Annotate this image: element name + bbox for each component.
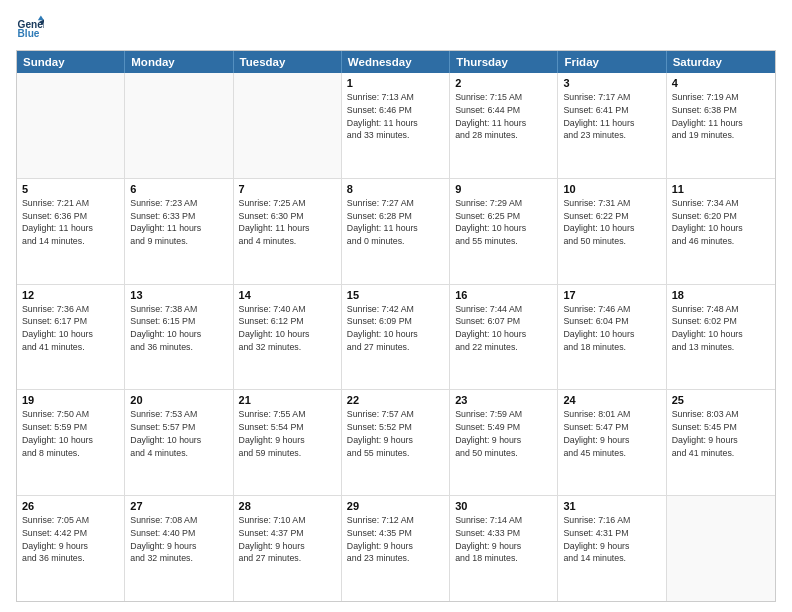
day-info: Sunrise: 7:57 AM Sunset: 5:52 PM Dayligh… xyxy=(347,408,444,459)
day-info: Sunrise: 7:55 AM Sunset: 5:54 PM Dayligh… xyxy=(239,408,336,459)
day-cell-29: 29Sunrise: 7:12 AM Sunset: 4:35 PM Dayli… xyxy=(342,496,450,601)
day-info: Sunrise: 7:21 AM Sunset: 6:36 PM Dayligh… xyxy=(22,197,119,248)
day-number: 24 xyxy=(563,394,660,406)
day-cell-24: 24Sunrise: 8:01 AM Sunset: 5:47 PM Dayli… xyxy=(558,390,666,495)
day-number: 16 xyxy=(455,289,552,301)
day-cell-16: 16Sunrise: 7:44 AM Sunset: 6:07 PM Dayli… xyxy=(450,285,558,390)
day-cell-4: 4Sunrise: 7:19 AM Sunset: 6:38 PM Daylig… xyxy=(667,73,775,178)
day-number: 3 xyxy=(563,77,660,89)
day-cell-15: 15Sunrise: 7:42 AM Sunset: 6:09 PM Dayli… xyxy=(342,285,450,390)
day-number: 12 xyxy=(22,289,119,301)
day-number: 15 xyxy=(347,289,444,301)
day-header-sunday: Sunday xyxy=(17,51,125,73)
day-number: 19 xyxy=(22,394,119,406)
day-info: Sunrise: 7:25 AM Sunset: 6:30 PM Dayligh… xyxy=(239,197,336,248)
day-info: Sunrise: 7:19 AM Sunset: 6:38 PM Dayligh… xyxy=(672,91,770,142)
week-row-4: 19Sunrise: 7:50 AM Sunset: 5:59 PM Dayli… xyxy=(17,389,775,495)
day-info: Sunrise: 7:08 AM Sunset: 4:40 PM Dayligh… xyxy=(130,514,227,565)
day-info: Sunrise: 7:13 AM Sunset: 6:46 PM Dayligh… xyxy=(347,91,444,142)
day-number: 10 xyxy=(563,183,660,195)
day-cell-20: 20Sunrise: 7:53 AM Sunset: 5:57 PM Dayli… xyxy=(125,390,233,495)
day-cell-1: 1Sunrise: 7:13 AM Sunset: 6:46 PM Daylig… xyxy=(342,73,450,178)
day-info: Sunrise: 7:10 AM Sunset: 4:37 PM Dayligh… xyxy=(239,514,336,565)
day-number: 27 xyxy=(130,500,227,512)
day-info: Sunrise: 7:38 AM Sunset: 6:15 PM Dayligh… xyxy=(130,303,227,354)
day-number: 11 xyxy=(672,183,770,195)
day-number: 21 xyxy=(239,394,336,406)
logo: General Blue xyxy=(16,14,44,42)
day-number: 30 xyxy=(455,500,552,512)
day-info: Sunrise: 7:46 AM Sunset: 6:04 PM Dayligh… xyxy=(563,303,660,354)
day-cell-17: 17Sunrise: 7:46 AM Sunset: 6:04 PM Dayli… xyxy=(558,285,666,390)
empty-cell xyxy=(667,496,775,601)
calendar-header: SundayMondayTuesdayWednesdayThursdayFrid… xyxy=(17,51,775,73)
empty-cell xyxy=(234,73,342,178)
day-cell-6: 6Sunrise: 7:23 AM Sunset: 6:33 PM Daylig… xyxy=(125,179,233,284)
day-cell-8: 8Sunrise: 7:27 AM Sunset: 6:28 PM Daylig… xyxy=(342,179,450,284)
day-number: 29 xyxy=(347,500,444,512)
day-cell-14: 14Sunrise: 7:40 AM Sunset: 6:12 PM Dayli… xyxy=(234,285,342,390)
day-info: Sunrise: 7:29 AM Sunset: 6:25 PM Dayligh… xyxy=(455,197,552,248)
day-cell-25: 25Sunrise: 8:03 AM Sunset: 5:45 PM Dayli… xyxy=(667,390,775,495)
day-header-monday: Monday xyxy=(125,51,233,73)
day-cell-2: 2Sunrise: 7:15 AM Sunset: 6:44 PM Daylig… xyxy=(450,73,558,178)
day-cell-7: 7Sunrise: 7:25 AM Sunset: 6:30 PM Daylig… xyxy=(234,179,342,284)
day-number: 4 xyxy=(672,77,770,89)
day-number: 26 xyxy=(22,500,119,512)
week-row-2: 5Sunrise: 7:21 AM Sunset: 6:36 PM Daylig… xyxy=(17,178,775,284)
day-info: Sunrise: 8:03 AM Sunset: 5:45 PM Dayligh… xyxy=(672,408,770,459)
day-number: 23 xyxy=(455,394,552,406)
day-header-tuesday: Tuesday xyxy=(234,51,342,73)
day-number: 31 xyxy=(563,500,660,512)
day-cell-31: 31Sunrise: 7:16 AM Sunset: 4:31 PM Dayli… xyxy=(558,496,666,601)
day-number: 1 xyxy=(347,77,444,89)
week-row-1: 1Sunrise: 7:13 AM Sunset: 6:46 PM Daylig… xyxy=(17,73,775,178)
day-info: Sunrise: 7:40 AM Sunset: 6:12 PM Dayligh… xyxy=(239,303,336,354)
day-info: Sunrise: 7:05 AM Sunset: 4:42 PM Dayligh… xyxy=(22,514,119,565)
day-cell-27: 27Sunrise: 7:08 AM Sunset: 4:40 PM Dayli… xyxy=(125,496,233,601)
day-header-saturday: Saturday xyxy=(667,51,775,73)
day-number: 5 xyxy=(22,183,119,195)
day-info: Sunrise: 7:17 AM Sunset: 6:41 PM Dayligh… xyxy=(563,91,660,142)
day-cell-23: 23Sunrise: 7:59 AM Sunset: 5:49 PM Dayli… xyxy=(450,390,558,495)
day-info: Sunrise: 8:01 AM Sunset: 5:47 PM Dayligh… xyxy=(563,408,660,459)
day-info: Sunrise: 7:53 AM Sunset: 5:57 PM Dayligh… xyxy=(130,408,227,459)
day-info: Sunrise: 7:27 AM Sunset: 6:28 PM Dayligh… xyxy=(347,197,444,248)
day-cell-10: 10Sunrise: 7:31 AM Sunset: 6:22 PM Dayli… xyxy=(558,179,666,284)
day-info: Sunrise: 7:15 AM Sunset: 6:44 PM Dayligh… xyxy=(455,91,552,142)
day-info: Sunrise: 7:59 AM Sunset: 5:49 PM Dayligh… xyxy=(455,408,552,459)
logo-icon: General Blue xyxy=(16,14,44,42)
empty-cell xyxy=(125,73,233,178)
day-number: 13 xyxy=(130,289,227,301)
day-number: 7 xyxy=(239,183,336,195)
calendar-body: 1Sunrise: 7:13 AM Sunset: 6:46 PM Daylig… xyxy=(17,73,775,601)
day-cell-12: 12Sunrise: 7:36 AM Sunset: 6:17 PM Dayli… xyxy=(17,285,125,390)
day-header-friday: Friday xyxy=(558,51,666,73)
day-cell-22: 22Sunrise: 7:57 AM Sunset: 5:52 PM Dayli… xyxy=(342,390,450,495)
day-cell-26: 26Sunrise: 7:05 AM Sunset: 4:42 PM Dayli… xyxy=(17,496,125,601)
empty-cell xyxy=(17,73,125,178)
day-number: 25 xyxy=(672,394,770,406)
day-info: Sunrise: 7:36 AM Sunset: 6:17 PM Dayligh… xyxy=(22,303,119,354)
day-number: 28 xyxy=(239,500,336,512)
day-info: Sunrise: 7:12 AM Sunset: 4:35 PM Dayligh… xyxy=(347,514,444,565)
day-number: 6 xyxy=(130,183,227,195)
day-number: 18 xyxy=(672,289,770,301)
week-row-3: 12Sunrise: 7:36 AM Sunset: 6:17 PM Dayli… xyxy=(17,284,775,390)
day-cell-13: 13Sunrise: 7:38 AM Sunset: 6:15 PM Dayli… xyxy=(125,285,233,390)
day-cell-21: 21Sunrise: 7:55 AM Sunset: 5:54 PM Dayli… xyxy=(234,390,342,495)
calendar: SundayMondayTuesdayWednesdayThursdayFrid… xyxy=(16,50,776,602)
day-number: 17 xyxy=(563,289,660,301)
day-number: 2 xyxy=(455,77,552,89)
day-cell-5: 5Sunrise: 7:21 AM Sunset: 6:36 PM Daylig… xyxy=(17,179,125,284)
day-info: Sunrise: 7:50 AM Sunset: 5:59 PM Dayligh… xyxy=(22,408,119,459)
day-info: Sunrise: 7:31 AM Sunset: 6:22 PM Dayligh… xyxy=(563,197,660,248)
day-info: Sunrise: 7:14 AM Sunset: 4:33 PM Dayligh… xyxy=(455,514,552,565)
day-info: Sunrise: 7:23 AM Sunset: 6:33 PM Dayligh… xyxy=(130,197,227,248)
day-number: 14 xyxy=(239,289,336,301)
day-header-wednesday: Wednesday xyxy=(342,51,450,73)
day-info: Sunrise: 7:34 AM Sunset: 6:20 PM Dayligh… xyxy=(672,197,770,248)
day-cell-30: 30Sunrise: 7:14 AM Sunset: 4:33 PM Dayli… xyxy=(450,496,558,601)
day-cell-3: 3Sunrise: 7:17 AM Sunset: 6:41 PM Daylig… xyxy=(558,73,666,178)
day-info: Sunrise: 7:48 AM Sunset: 6:02 PM Dayligh… xyxy=(672,303,770,354)
